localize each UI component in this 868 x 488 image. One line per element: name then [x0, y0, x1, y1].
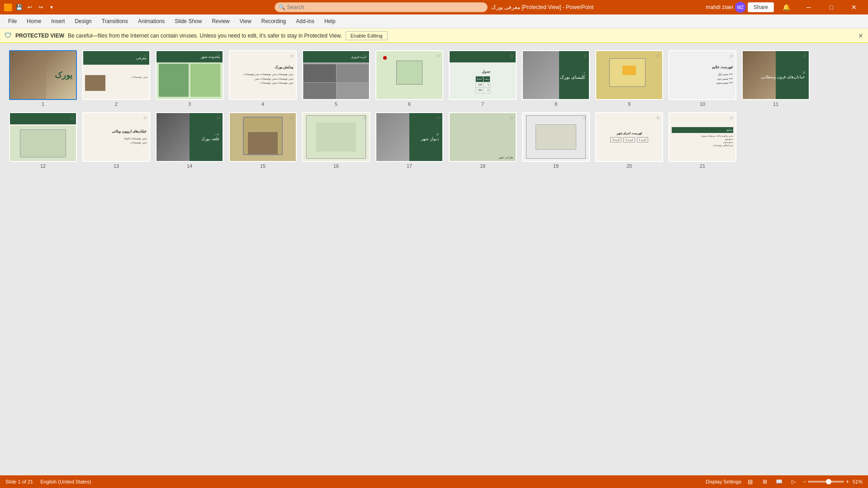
customize-button[interactable]: ▾: [47, 3, 56, 12]
menu-recording[interactable]: Recording: [257, 16, 291, 26]
menu-addins[interactable]: Add-ins: [291, 16, 319, 26]
slideshow-button[interactable]: ▷: [788, 476, 799, 487]
slide-number-5: 5: [335, 101, 337, 107]
slide-item-1[interactable]: یورک ☆1: [9, 50, 77, 107]
notifications-icon[interactable]: 🔔: [776, 0, 797, 14]
slide-thumb-12[interactable]: ☆: [9, 112, 77, 162]
slide-item-17[interactable]: ۴. دیوار شهر ☆17: [375, 112, 443, 169]
pin-icon: ☆: [509, 53, 514, 59]
slide-thumb-19[interactable]: ☆: [522, 112, 590, 162]
titlebar-left: 🟧 💾 ↩ ↪ ▾: [4, 3, 56, 12]
slide-thumb-4[interactable]: پیدایش یورک متن توضیحات متن توضیحات متن …: [229, 50, 297, 100]
slide-thumb-8[interactable]: ۱. کلیسای یورک ☆: [522, 50, 590, 100]
search-bar[interactable]: 🔍: [275, 2, 488, 12]
menu-bar: File Home Insert Design Transitions Anim…: [0, 14, 868, 28]
menu-review[interactable]: Review: [207, 16, 234, 26]
close-button[interactable]: ✕: [844, 0, 864, 14]
menu-home[interactable]: Home: [22, 16, 46, 26]
menu-file[interactable]: File: [4, 16, 21, 26]
redo-button[interactable]: ↪: [36, 3, 45, 12]
ribbon: File Home Insert Design Transitions Anim…: [0, 14, 868, 28]
pin-icon: ☆: [436, 53, 441, 59]
slide-thumb-14[interactable]: ۰۲. قلعه یورک ☆: [156, 112, 223, 162]
slide-item-18[interactable]: طراحی شهر ☆18: [449, 112, 517, 169]
slide-thumb-5[interactable]: خرید فروزی ☆: [302, 50, 370, 100]
slide-item-19[interactable]: ☆19: [522, 112, 590, 169]
menu-view[interactable]: View: [235, 16, 256, 26]
zoom-slider[interactable]: [808, 481, 844, 483]
titlebar-right: mahdi ziaei MZ Share 🔔 ─ □ ✕: [706, 0, 864, 14]
slide-number-8: 8: [555, 101, 557, 107]
title-text: معرفی یورک [Protected View] - PowerPoint: [491, 4, 594, 10]
pin-icon: ☆: [216, 115, 221, 121]
slide-thumb-9[interactable]: ☆: [595, 50, 663, 100]
slide-item-9[interactable]: ☆9: [595, 50, 663, 107]
slide-item-2[interactable]: معرفی متن توضیحات ☆2: [82, 50, 150, 107]
slide-thumb-2[interactable]: معرفی متن توضیحات ☆: [82, 50, 150, 100]
slide-item-7[interactable]: جدول ردیفمقدار 1100 2200 ☆7: [449, 50, 517, 107]
minimize-button[interactable]: ─: [798, 0, 819, 14]
pin-icon: ☆: [143, 53, 147, 59]
slide-item-15[interactable]: ☆15: [229, 112, 297, 169]
slide-thumb-1[interactable]: یورک ☆: [9, 50, 77, 100]
menu-insert[interactable]: Insert: [47, 16, 69, 26]
enable-editing-button[interactable]: Enable Editing: [346, 31, 388, 40]
slide-item-3[interactable]: محدوده شهر ☆3: [156, 50, 223, 107]
undo-button[interactable]: ↩: [25, 3, 34, 12]
main-area: یورک ☆1 معرفی متن توضیحات ☆2 محدوده شهر …: [0, 43, 868, 476]
display-settings-button[interactable]: Display Settings: [706, 479, 741, 484]
slide-item-11[interactable]: ۲. خیابان‌های قرون وسطایی ☆11: [742, 50, 810, 107]
language-info: English (United States): [40, 479, 91, 484]
zoom-out-button[interactable]: −: [803, 479, 806, 485]
slide-number-11: 11: [773, 101, 778, 107]
slide-item-16[interactable]: ☆16: [302, 112, 370, 169]
slide-thumb-18[interactable]: طراحی شهر ☆: [449, 112, 517, 162]
slide-thumb-15[interactable]: ☆: [229, 112, 297, 162]
slide-number-18: 18: [480, 163, 485, 169]
slide-item-5[interactable]: خرید فروزی ☆5: [302, 50, 370, 107]
pin-icon: ☆: [583, 53, 587, 59]
slide-number-6: 6: [408, 101, 411, 107]
slide-thumb-20[interactable]: فهرست اجرای شهر گزینه 1 گزینه 2 گزینه 3 …: [595, 112, 663, 162]
slide-item-14[interactable]: ۰۲. قلعه یورک ☆14: [156, 112, 223, 169]
zoom-in-button[interactable]: +: [846, 479, 849, 485]
slide-grid: یورک ☆1 معرفی متن توضیحات ☆2 محدوده شهر …: [9, 50, 859, 169]
slide-sorter-button[interactable]: ⊞: [759, 476, 770, 487]
menu-design[interactable]: Design: [70, 16, 96, 26]
slide-thumb-13[interactable]: خیابان‌های اروپون ویلاتی متن توضیحات کوت…: [82, 112, 150, 162]
slide-item-21[interactable]: منابع متن منابع و ماخذ مربوط به پروژه من…: [669, 112, 736, 169]
menu-slideshow[interactable]: Slide Show: [170, 16, 206, 26]
slide-thumb-16[interactable]: ☆: [302, 112, 370, 162]
reading-view-button[interactable]: 📖: [774, 476, 785, 487]
slide-thumb-21[interactable]: منابع متن منابع و ماخذ مربوط به پروژه من…: [669, 112, 736, 162]
pin-icon: ☆: [216, 53, 221, 59]
save-button[interactable]: 💾: [14, 3, 24, 12]
slide-thumb-6[interactable]: ☆: [375, 50, 443, 100]
slide-number-1: 1: [42, 101, 44, 107]
search-input[interactable]: [287, 4, 484, 10]
menu-help[interactable]: Help: [320, 16, 340, 26]
protected-bar-close[interactable]: ✕: [858, 32, 863, 39]
normal-view-button[interactable]: ▤: [745, 476, 756, 487]
maximize-button[interactable]: □: [821, 0, 842, 14]
menu-animations[interactable]: Animations: [133, 16, 169, 26]
slide-item-4[interactable]: پیدایش یورک متن توضیحات متن توضیحات متن …: [229, 50, 297, 107]
slide-thumb-11[interactable]: ۲. خیابان‌های قرون وسطایی ☆: [742, 50, 810, 100]
slide-thumb-10[interactable]: فهرست علایم ━━ مسیر اول ━━ مسیر دوم ━━ م…: [669, 50, 736, 100]
slide-item-8[interactable]: ۱. کلیسای یورک ☆8: [522, 50, 590, 107]
slide-number-9: 9: [628, 101, 631, 107]
slide-thumb-17[interactable]: ۴. دیوار شهر ☆: [375, 112, 443, 162]
slide-item-12[interactable]: ☆12: [9, 112, 77, 169]
avatar: MZ: [735, 2, 746, 13]
slide-thumb-7[interactable]: جدول ردیفمقدار 1100 2200 ☆: [449, 50, 517, 100]
slide-thumb-3[interactable]: محدوده شهر ☆: [156, 50, 223, 100]
slide-item-13[interactable]: خیابان‌های اروپون ویلاتی متن توضیحات کوت…: [82, 112, 150, 169]
titlebar: 🟧 💾 ↩ ↪ ▾ 🔍 معرفی یورک [Protected View] …: [0, 0, 868, 14]
slide-item-6[interactable]: ☆6: [375, 50, 443, 107]
zoom-thumb[interactable]: [826, 479, 831, 484]
slide-item-10[interactable]: فهرست علایم ━━ مسیر اول ━━ مسیر دوم ━━ م…: [669, 50, 736, 107]
pin-icon: ☆: [656, 53, 660, 59]
share-button[interactable]: Share: [748, 2, 774, 12]
menu-transitions[interactable]: Transitions: [97, 16, 133, 26]
slide-item-20[interactable]: فهرست اجرای شهر گزینه 1 گزینه 2 گزینه 3 …: [595, 112, 663, 169]
